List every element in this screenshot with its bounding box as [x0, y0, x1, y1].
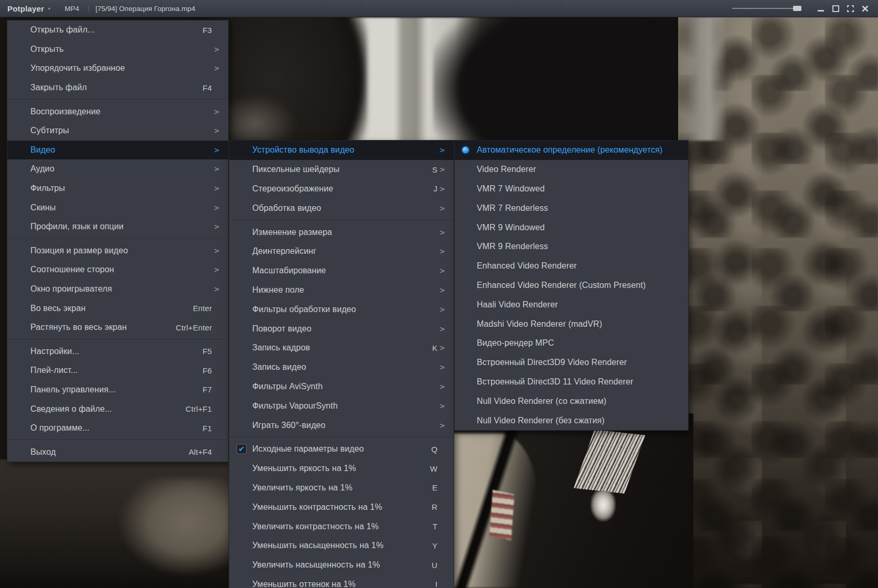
menu-item[interactable]: Фильтры>: [7, 179, 228, 198]
menu-item-shortcut: J: [433, 184, 437, 193]
menu-item[interactable]: ✔Исходные параметры видеоQ: [229, 440, 454, 459]
maximize-button[interactable]: [830, 3, 841, 14]
menu-item-shortcut: Enter: [193, 304, 212, 313]
menu-item[interactable]: Haali Video Renderer: [455, 295, 688, 314]
menu-item[interactable]: Enhanced Video Renderer: [455, 256, 688, 276]
menu-item[interactable]: Фильтры VapourSynth>: [229, 396, 454, 415]
menu-item-label: Фильтры VapourSynth: [252, 401, 437, 411]
minimize-button[interactable]: [815, 3, 827, 14]
menu-item[interactable]: Автоматическое определение (рекомендуетс…: [455, 141, 688, 160]
menu-item[interactable]: Фильтры обработки видео>: [229, 300, 454, 319]
submenu-arrow-icon: >: [212, 45, 220, 54]
fullscreen-button[interactable]: [844, 3, 856, 14]
menu-item[interactable]: Увеличить контрастность на 1%T: [229, 517, 454, 536]
app-logo: Potplayer: [7, 4, 44, 13]
volume-slider-track[interactable]: [732, 8, 794, 9]
menu-item-shortcut: F3: [202, 26, 212, 35]
submenu-arrow-icon: >: [212, 222, 220, 231]
menu-item[interactable]: Поворот видео>: [229, 319, 454, 338]
menu-item[interactable]: Окно проигрывателя>: [7, 280, 228, 299]
menu-item[interactable]: Запись видео>: [229, 358, 454, 377]
menu-item-label: Уменьшить насыщенность на 1%: [252, 541, 421, 550]
submenu-arrow-icon: >: [212, 165, 220, 173]
menu-item[interactable]: VMR 9 Windowed: [455, 218, 688, 237]
menu-item[interactable]: Позиция и размер видео>: [7, 241, 228, 261]
menu-item[interactable]: Соотношение сторон>: [7, 260, 228, 280]
potplayer-window: Открыть файл...F3Открыть>Упорядочить изб…: [0, 0, 878, 588]
volume-slider-handle[interactable]: [793, 6, 801, 11]
menu-item[interactable]: Устройство вывода видео>: [229, 141, 454, 160]
menu-item[interactable]: Играть 360°-видео>: [229, 415, 454, 435]
menu-item[interactable]: Профили, язык и опции>: [7, 217, 228, 237]
video-submenu: Устройство вывода видео>Пиксельные шейде…: [229, 140, 454, 588]
menu-item-label: Упорядочить избранное: [30, 63, 212, 73]
menu-item[interactable]: Уменьшить яркость на 1%W: [229, 459, 454, 478]
submenu-arrow-icon: >: [437, 228, 445, 237]
menu-item[interactable]: Запись кадровK>: [229, 338, 454, 358]
menu-item[interactable]: Скины>: [7, 198, 228, 217]
menu-item[interactable]: Увеличить яркость на 1%E: [229, 478, 454, 498]
menu-item[interactable]: Уменьшить контрастность на 1%R: [229, 497, 454, 517]
menu-item-shortcut: U: [432, 561, 437, 570]
chevron-down-icon: ▼: [47, 7, 51, 10]
menu-item[interactable]: Пиксельные шейдерыS>: [229, 160, 454, 179]
menu-item[interactable]: Растянуть во весь экранCtrl+Enter: [7, 318, 228, 337]
close-button[interactable]: [859, 3, 871, 14]
menu-item[interactable]: VMR 7 Renderless: [455, 198, 688, 218]
submenu-arrow-icon: >: [437, 185, 445, 193]
menu-item[interactable]: VMR 9 Renderless: [455, 237, 688, 256]
menu-item[interactable]: Видео>: [7, 141, 228, 160]
menu-item-label: Видео: [30, 145, 212, 155]
menu-item[interactable]: СтереоизображениеJ>: [229, 179, 454, 199]
menu-item-label: VMR 9 Renderless: [477, 242, 672, 251]
menu-item[interactable]: О программе...F1: [7, 419, 228, 438]
menu-item[interactable]: Видео-рендер MPC: [455, 334, 688, 353]
menu-item[interactable]: Сведения о файле...Ctrl+F1: [7, 399, 228, 419]
menu-item[interactable]: Увеличить насыщенность на 1%U: [229, 555, 454, 575]
menu-item[interactable]: Встроенный Direct3D 11 Video Renderer: [455, 372, 688, 392]
menu-item[interactable]: Во весь экранEnter: [7, 298, 228, 318]
menu-item[interactable]: Нижнее поле>: [229, 281, 454, 300]
submenu-arrow-icon: >: [212, 265, 220, 274]
menu-item[interactable]: VMR 7 Windowed: [455, 179, 688, 199]
app-menu-button[interactable]: Potplayer ▼: [7, 4, 51, 13]
submenu-arrow-icon: >: [212, 184, 220, 193]
menu-item-label: Аудио: [30, 164, 212, 174]
menu-item[interactable]: Изменение размера>: [229, 222, 454, 242]
menu-item-label: VMR 9 Windowed: [477, 223, 672, 232]
submenu-arrow-icon: >: [437, 204, 445, 212]
menu-separator: [7, 237, 228, 241]
menu-item-label: Видео-рендер MPC: [477, 338, 672, 348]
menu-item[interactable]: Плей-лист...F6: [7, 361, 228, 380]
menu-item[interactable]: Уменьшить оттенок на 1%I: [229, 575, 454, 588]
menu-item[interactable]: Настройки...F5: [7, 342, 228, 361]
menu-item[interactable]: Null Video Renderer (без сжатия): [455, 411, 688, 430]
menu-item[interactable]: Аудио>: [7, 159, 228, 179]
menu-item[interactable]: Упорядочить избранное>: [7, 59, 228, 78]
menu-item[interactable]: Уменьшить насыщенность на 1%Y: [229, 536, 454, 555]
menu-item[interactable]: Null Video Renderer (со сжатием): [455, 391, 688, 411]
menu-item[interactable]: Фильтры AviSynth>: [229, 377, 454, 397]
menu-item-shortcut: F1: [202, 424, 212, 433]
menu-item[interactable]: Субтитры>: [7, 121, 228, 141]
menu-item[interactable]: Деинтерлейсинг>: [229, 242, 454, 261]
menu-item[interactable]: ВыходAlt+F4: [7, 442, 228, 462]
volume-slider[interactable]: [732, 5, 801, 12]
menu-item[interactable]: Встроенный Direct3D9 Video Renderer: [455, 353, 688, 372]
menu-item[interactable]: Video Renderer: [455, 160, 688, 179]
menu-item-label: VMR 7 Renderless: [477, 204, 672, 213]
menu-item[interactable]: Панель управления...F7: [7, 380, 228, 400]
menu-item[interactable]: Enhanced Video Renderer (Custom Present): [455, 276, 688, 295]
menu-item-shortcut: Y: [432, 541, 437, 550]
menu-item[interactable]: Открыть>: [7, 40, 228, 59]
menu-item-shortcut: F6: [202, 366, 212, 375]
menu-item[interactable]: Масштабирование>: [229, 261, 454, 281]
menu-item[interactable]: Обработка видео>: [229, 198, 454, 218]
menu-item[interactable]: Madshi Video Renderer (madVR): [455, 314, 688, 334]
menu-item[interactable]: Открыть файл...F3: [7, 20, 228, 40]
menu-item[interactable]: Воспроизведение>: [7, 102, 228, 121]
menu-item-label: Растянуть во весь экран: [30, 323, 164, 332]
titlebar-divider: [89, 5, 89, 12]
menu-item[interactable]: Закрыть файлF4: [7, 78, 228, 98]
menu-item-shortcut: Ctrl+F1: [186, 404, 212, 413]
